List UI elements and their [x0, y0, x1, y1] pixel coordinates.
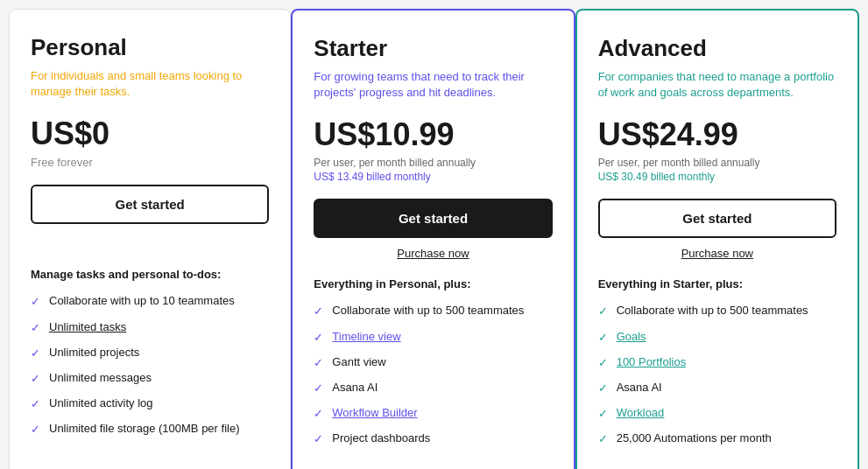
feature-item: ✓Unlimited activity log	[31, 396, 269, 412]
plan-card-personal: Personal For individuals and small teams…	[9, 9, 291, 469]
plan-name-personal: Personal	[31, 34, 269, 61]
feature-text: Asana AI	[617, 380, 662, 396]
feature-item: ✓Collaborate with up to 10 teammates	[31, 293, 269, 310]
features-title-starter: Everything in Personal, plus:	[314, 277, 552, 290]
feature-item: ✓Workload	[598, 405, 836, 422]
check-icon: ✓	[31, 320, 40, 336]
feature-item: ✓Goals	[598, 329, 836, 346]
feature-text: Asana AI	[332, 380, 378, 396]
feature-link-advanced-1[interactable]: Goals	[617, 329, 646, 345]
feature-link-starter-4[interactable]: Workflow Builder	[332, 405, 417, 421]
check-icon: ✓	[31, 346, 40, 361]
get-started-button-starter[interactable]: Get started	[314, 199, 552, 238]
billing-note-advanced: Per user, per month billed annually	[598, 157, 836, 169]
check-icon: ✓	[598, 330, 608, 346]
plan-description-starter: For growing teams that need to track the…	[314, 69, 552, 101]
check-icon: ✓	[314, 431, 323, 447]
feature-text: Project dashboards	[332, 430, 430, 446]
feature-list-advanced: ✓Collaborate with up to 500 teammates✓Go…	[598, 303, 836, 447]
feature-item: ✓Unlimited messages	[31, 370, 269, 387]
check-icon: ✓	[31, 371, 40, 387]
check-icon: ✓	[314, 330, 323, 346]
plan-description-personal: For individuals and small teams looking …	[31, 68, 269, 100]
feature-item: ✓Asana AI	[598, 380, 836, 396]
feature-item: ✓Asana AI	[314, 380, 552, 396]
plan-name-advanced: Advanced	[598, 35, 836, 62]
plan-price-personal: US$0	[31, 116, 269, 152]
plan-card-starter: Starter For growing teams that need to t…	[291, 9, 575, 469]
feature-item: ✓Workflow Builder	[314, 405, 552, 422]
feature-link-advanced-2[interactable]: 100 Portfolios	[617, 354, 687, 370]
check-icon: ✓	[598, 406, 608, 422]
feature-text: Unlimited file storage (100MB per file)	[49, 421, 239, 437]
feature-link-personal-1[interactable]: Unlimited tasks	[49, 319, 126, 335]
pricing-container: Personal For individuals and small teams…	[9, 9, 859, 469]
check-icon: ✓	[314, 381, 323, 396]
billing-monthly-starter: US$ 13.49 billed monthly	[314, 171, 552, 183]
check-icon: ✓	[598, 355, 608, 371]
feature-item: ✓Collaborate with up to 500 teammates	[314, 303, 552, 319]
feature-item: ✓100 Portfolios	[598, 354, 836, 371]
feature-item: ✓Gantt view	[314, 354, 552, 371]
feature-item: ✓Timeline view	[314, 329, 552, 346]
check-icon: ✓	[31, 422, 40, 438]
free-label: Free forever	[31, 156, 269, 169]
check-icon: ✓	[31, 396, 40, 412]
plan-name-starter: Starter	[314, 35, 552, 62]
purchase-now-starter[interactable]: Purchase now	[314, 247, 552, 260]
check-icon: ✓	[598, 304, 608, 319]
feature-text: Unlimited messages	[49, 370, 152, 386]
billing-monthly-advanced: US$ 30.49 billed monthly	[598, 171, 836, 183]
purchase-now-advanced[interactable]: Purchase now	[598, 247, 836, 260]
check-icon: ✓	[314, 304, 323, 319]
feature-text: Collaborate with up to 500 teammates	[332, 303, 524, 318]
features-title-personal: Manage tasks and personal to-dos:	[31, 268, 269, 281]
feature-item: ✓Unlimited tasks	[31, 319, 269, 336]
plan-description-advanced: For companies that need to manage a port…	[598, 69, 836, 101]
feature-text: Collaborate with up to 10 teammates	[49, 293, 235, 309]
feature-text: Collaborate with up to 500 teammates	[617, 303, 808, 318]
feature-list-starter: ✓Collaborate with up to 500 teammates✓Ti…	[314, 303, 552, 447]
get-started-button-personal[interactable]: Get started	[31, 185, 269, 224]
feature-item: ✓25,000 Automations per month	[598, 430, 836, 447]
billing-note-starter: Per user, per month billed annually	[314, 157, 552, 169]
feature-link-starter-1[interactable]: Timeline view	[332, 329, 400, 345]
plan-price-starter: US$10.99	[314, 116, 552, 153]
check-icon: ✓	[31, 294, 40, 310]
features-title-advanced: Everything in Starter, plus:	[598, 277, 836, 290]
check-icon: ✓	[598, 381, 608, 396]
plan-price-advanced: US$24.99	[598, 116, 836, 153]
feature-link-advanced-4[interactable]: Workload	[617, 405, 665, 421]
feature-text: Unlimited activity log	[49, 396, 153, 411]
feature-text: Gantt view	[332, 354, 385, 370]
feature-list-personal: ✓Collaborate with up to 10 teammates✓Unl…	[31, 293, 269, 438]
check-icon: ✓	[314, 406, 323, 422]
feature-item: ✓Project dashboards	[314, 430, 552, 447]
feature-text: 25,000 Automations per month	[617, 430, 772, 446]
plan-card-advanced: Advanced For companies that need to mana…	[575, 9, 859, 469]
feature-item: ✓Unlimited file storage (100MB per file)	[31, 421, 269, 438]
feature-text: Unlimited projects	[49, 345, 139, 360]
check-icon: ✓	[598, 431, 608, 447]
get-started-button-advanced[interactable]: Get started	[598, 199, 836, 238]
check-icon: ✓	[314, 355, 323, 371]
feature-item: ✓Collaborate with up to 500 teammates	[598, 303, 836, 319]
feature-item: ✓Unlimited projects	[31, 345, 269, 361]
